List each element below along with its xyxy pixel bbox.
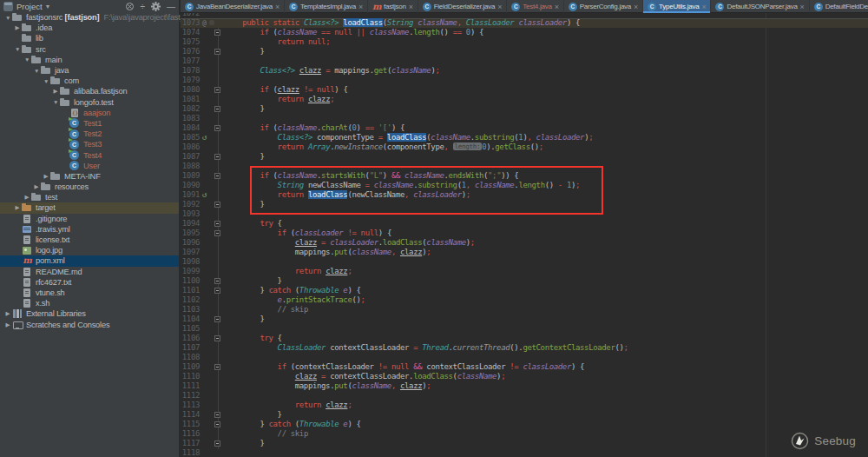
code-line[interactable]: 1078 Class<?> clazz = mappings.get(class… (181, 66, 868, 76)
tab-fastjson[interactable]: mfastjson× (368, 0, 418, 13)
code-line[interactable]: 1086 return Array.newInstance(componentT… (181, 142, 868, 152)
fold-marker-icon[interactable] (214, 202, 220, 208)
tree-item-java[interactable]: ▼java (0, 65, 179, 76)
chevron-down-icon[interactable]: ▼ (45, 3, 51, 10)
tree-item-meta-inf[interactable]: ▶META-INF (0, 171, 179, 182)
tree-expand-arrow[interactable]: ▼ (3, 15, 12, 21)
tree-item-target[interactable]: ▶target (0, 202, 179, 213)
code-line[interactable]: 1094 try { (181, 219, 868, 228)
tree-expand-arrow[interactable]: ▼ (51, 99, 60, 105)
close-icon[interactable]: × (358, 3, 363, 11)
tree-expand-arrow[interactable]: ▶ (3, 310, 12, 317)
close-icon[interactable]: × (409, 3, 413, 11)
close-icon[interactable]: × (800, 3, 805, 11)
tree-expand-arrow[interactable]: ▶ (32, 183, 41, 190)
close-icon[interactable]: × (634, 3, 638, 11)
tree-item-rfc4627-txt[interactable]: rfc4627.txt (0, 277, 179, 288)
tree-item-x-sh[interactable]: x.sh (0, 298, 179, 308)
fold-marker-icon[interactable] (214, 440, 220, 447)
code-line[interactable]: 1111 mappings.put(className, clazz); (181, 381, 868, 391)
tab-parserconfig-java[interactable]: CParserConfig.java× (564, 0, 643, 13)
fold-marker-icon[interactable] (214, 288, 220, 294)
code-line[interactable]: 1096 clazz = classLoader.loadClass(class… (181, 238, 868, 248)
fold-marker-icon[interactable] (214, 87, 220, 93)
code-line[interactable]: 1087 } (181, 152, 868, 162)
close-icon[interactable]: × (275, 3, 279, 11)
tree-item-logo-jpg[interactable]: logo.jpg (0, 245, 179, 255)
tree-expand-arrow[interactable]: ▶ (13, 24, 22, 31)
tree-item--gitignore[interactable]: .gitignore (0, 214, 179, 224)
recursive-call-icon[interactable]: ↺ (202, 133, 207, 142)
fold-marker-icon[interactable] (214, 364, 220, 370)
code-line[interactable]: 1105 (181, 324, 868, 334)
tree-item-vtune-sh[interactable]: vtune.sh (0, 288, 179, 298)
code-line[interactable]: 1109 if (contextClassLoader != null && c… (181, 362, 868, 372)
tree-item--idea[interactable]: ▶.idea (0, 23, 179, 33)
code-editor[interactable]: 10721073@ public static Class<?> loadCla… (181, 9, 868, 457)
annotation-icon[interactable]: @ (202, 18, 206, 28)
code-line[interactable]: 1084 if (className.charAt(0) == '[') { (181, 123, 868, 133)
hide-panel-icon[interactable]: — (167, 2, 175, 11)
fold-marker-icon[interactable] (214, 230, 220, 236)
code-line[interactable]: 1103 // skip (181, 305, 868, 315)
code-line[interactable]: 1101 } catch (Throwable e) { (181, 286, 868, 295)
tree-item-src[interactable]: ▼src (0, 44, 179, 55)
tab-defaultjsonparser-java[interactable]: CDefaultJSONParser.java× (711, 0, 809, 13)
gear-icon[interactable] (151, 2, 161, 11)
code-line[interactable]: 1095 if (classLoader != null) { (181, 228, 868, 238)
tree-item-main[interactable]: ▼main (0, 55, 179, 65)
code-line[interactable]: 1073@ public static Class<?> loadClass(S… (181, 18, 868, 28)
tree-item-com[interactable]: ▼com (0, 76, 179, 86)
tree-item-test2[interactable]: CTest2 (0, 129, 179, 139)
tree-item-readme-md[interactable]: README.md (0, 267, 179, 277)
tree-item-pom-xml[interactable]: mpom.xml (0, 255, 179, 266)
code-line[interactable]: 1085↺ Class<?> componentType = loadClass… (181, 133, 868, 142)
fold-marker-icon[interactable] (214, 173, 220, 179)
collapse-all-icon[interactable]: ÷ (141, 2, 146, 11)
tree-expand-arrow[interactable]: ▼ (32, 68, 41, 74)
tree-item-user[interactable]: CUser (0, 161, 179, 171)
code-line[interactable]: 1100 } (181, 276, 868, 286)
tree-item-external-libraries[interactable]: ▶External Libraries (0, 308, 179, 319)
code-line[interactable]: 1118 (181, 448, 868, 457)
tree-item-test4[interactable]: CTest4 (0, 149, 179, 160)
code-line[interactable]: 1104 } (181, 315, 868, 324)
tree-item-test[interactable]: ▶test (0, 192, 179, 202)
code-line[interactable]: 1083 (181, 114, 868, 123)
tree-expand-arrow[interactable]: ▼ (23, 56, 31, 63)
code-line[interactable]: 1075 return null; (181, 37, 868, 47)
tree-item--travis-yml[interactable]: .travis.yml (0, 224, 179, 235)
code-line[interactable]: 1076 } (181, 47, 868, 56)
tree-item-alibaba-fastjson[interactable]: ▶alibaba.fastjson (0, 86, 179, 96)
code-line[interactable]: 1074 if (className == null || className.… (181, 28, 868, 37)
code-line[interactable]: 1108 (181, 353, 868, 362)
fold-marker-icon[interactable] (214, 221, 220, 227)
recursive-call-icon[interactable]: ↺ (202, 190, 207, 200)
tab-fielddeserializer-java[interactable]: CFieldDeserializer.java× (418, 0, 508, 13)
fold-marker-icon[interactable] (214, 125, 220, 131)
code-line[interactable]: 1077 (181, 56, 868, 66)
code-line[interactable]: 1106 try { (181, 334, 868, 343)
fold-marker-icon[interactable] (214, 316, 220, 322)
locate-file-icon[interactable] (125, 2, 135, 11)
tab-typeutils-java[interactable]: CTypeUtils.java× (643, 0, 711, 13)
fold-marker-icon[interactable] (214, 278, 220, 284)
code-line[interactable]: 1082 } (181, 104, 868, 114)
tree-expand-arrow[interactable]: ▼ (42, 78, 50, 84)
code-line[interactable]: 1115 } catch (Throwable e) { (181, 420, 868, 429)
tree-item-test1[interactable]: CTest1 (0, 118, 179, 129)
tree-item-license-txt[interactable]: license.txt (0, 235, 179, 245)
tab-defaultfielddeserializer-java[interactable]: CDefaultFieldDeserializer.java× (810, 0, 868, 13)
close-icon[interactable]: × (555, 3, 559, 11)
code-line[interactable]: 1116 // skip (181, 429, 868, 439)
tree-item-fastjsonsrc[interactable]: ▼fastjsonsrc [fastjson]F:\java\javaproje… (0, 12, 179, 23)
code-line[interactable]: 1097 mappings.put(className, clazz); (181, 248, 868, 257)
tree-expand-arrow[interactable]: ▶ (51, 88, 60, 95)
fold-marker-icon[interactable] (214, 421, 220, 427)
fold-marker-icon[interactable] (214, 154, 220, 160)
code-line[interactable]: 1113 return clazz; (181, 401, 868, 410)
fold-marker-icon[interactable] (214, 335, 220, 341)
tree-expand-arrow[interactable]: ▼ (13, 46, 22, 52)
code-line[interactable]: 1080 if (clazz != null) { (181, 85, 868, 95)
tab-templatesimpl-java[interactable]: CTemplatesImpl.java× (285, 0, 368, 13)
